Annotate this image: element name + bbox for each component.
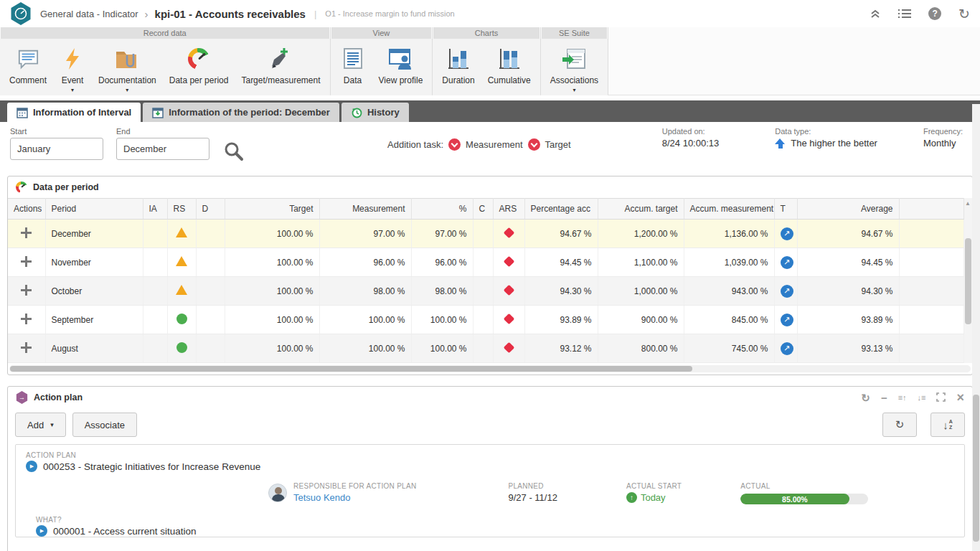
panel-minimize-icon[interactable]: − bbox=[881, 392, 887, 403]
associations-icon bbox=[561, 46, 587, 72]
scrollbar-up-arrow-icon[interactable]: ▲ bbox=[965, 200, 971, 207]
gauge-logo-icon bbox=[14, 7, 27, 20]
ribbon-group-se-suite: SE Suite Associations ▾ bbox=[541, 27, 608, 95]
action-plan-icon bbox=[16, 391, 28, 404]
app-logo[interactable] bbox=[10, 2, 32, 25]
table-horizontal-scrollbar[interactable] bbox=[9, 365, 971, 372]
table-header-row: Actions Period IA RS D Target Measuremen… bbox=[8, 199, 964, 220]
add-data-icon[interactable] bbox=[21, 285, 32, 296]
green-up-circle-icon bbox=[626, 492, 637, 503]
ribbon-group-label: Charts bbox=[433, 27, 539, 39]
table-row-october[interactable]: October 100.00 % 98.00 % 98.00 % 94.30 %… bbox=[8, 277, 964, 306]
scrollbar-thumb[interactable] bbox=[973, 395, 979, 542]
add-data-icon[interactable] bbox=[21, 256, 32, 267]
comment-icon bbox=[15, 46, 41, 72]
trend-up-circle-icon[interactable] bbox=[781, 342, 793, 355]
data-type-value: The higher the better bbox=[791, 138, 877, 149]
action-plan-header: Action plan ↻ − ≡↑ ↓≡ × bbox=[8, 387, 972, 408]
dropdown-caret-icon: ▾ bbox=[50, 421, 54, 428]
add-data-icon[interactable] bbox=[21, 314, 32, 324]
ars-alert-icon bbox=[503, 227, 514, 238]
avatar[interactable] bbox=[268, 484, 287, 502]
play-circle-icon[interactable] bbox=[26, 461, 37, 472]
action-plan-name: 000253 - Strategic Initiatives for Incre… bbox=[43, 461, 260, 472]
ars-alert-icon bbox=[503, 313, 514, 324]
breadcrumb-context: O1 - Increase margin to fund mission bbox=[325, 9, 454, 18]
ars-alert-icon bbox=[503, 255, 514, 267]
action-plan-toolbar: Add ▾ Associate ↻ ↓ AZ bbox=[8, 408, 972, 444]
table-row-november[interactable]: November 100.00 % 96.00 % 96.00 % 94.45 … bbox=[8, 248, 964, 277]
tab-bar: Information of Interval Information of t… bbox=[0, 100, 980, 122]
action-plan-label: ACTION PLAN bbox=[26, 451, 954, 459]
page-vertical-scrollbar[interactable] bbox=[972, 104, 980, 551]
table-row-december[interactable]: December 100.00 % 97.00 % 97.00 % 94.67 … bbox=[8, 220, 964, 248]
period-cell: August bbox=[45, 334, 143, 363]
tab-information-of-interval[interactable]: Information of Interval bbox=[7, 103, 141, 122]
view-profile-button[interactable]: View profile ▾ bbox=[372, 44, 430, 95]
document-lines-icon bbox=[340, 46, 366, 72]
trend-up-circle-icon[interactable] bbox=[781, 314, 793, 326]
cumulative-chart-button[interactable]: Cumulative ▾ bbox=[481, 44, 537, 95]
search-icon[interactable] bbox=[222, 140, 244, 164]
ribbon-toolbar: Record data Comment ▾ Event ▾ Doc bbox=[0, 27, 980, 95]
panel-refresh-icon[interactable]: ↻ bbox=[861, 392, 870, 403]
table-row-august[interactable]: August 100.00 % 100.00 % 100.00 % 93.12 … bbox=[8, 334, 964, 363]
breadcrumb-section[interactable]: General data - Indicator bbox=[40, 9, 138, 19]
panel-sort-icon[interactable]: ↓≡ bbox=[918, 394, 926, 402]
add-button[interactable]: Add ▾ bbox=[15, 413, 66, 437]
comment-button[interactable]: Comment ▾ bbox=[3, 44, 53, 95]
dropdown-caret-icon: ▾ bbox=[126, 88, 128, 93]
rs-status-icon bbox=[176, 342, 187, 353]
end-input[interactable] bbox=[116, 138, 209, 160]
ribbon-group-label: SE Suite bbox=[542, 27, 607, 39]
breadcrumb-chevron-icon: › bbox=[145, 8, 149, 20]
event-button[interactable]: Event ▾ bbox=[53, 44, 92, 95]
add-data-icon[interactable] bbox=[21, 342, 32, 353]
scrollbar-thumb[interactable] bbox=[10, 366, 692, 372]
addition-measurement-label: Measurement bbox=[466, 139, 522, 150]
actual-progress-block: ACTUAL 85.00% bbox=[740, 482, 868, 504]
tab-information-of-period[interactable]: Information of the period: December bbox=[143, 103, 339, 122]
trend-up-circle-icon[interactable] bbox=[781, 256, 793, 269]
refresh-list-button[interactable]: ↻ bbox=[882, 413, 917, 437]
folder-attachment-icon bbox=[114, 46, 140, 72]
panel-expand-icon[interactable] bbox=[936, 392, 946, 403]
refresh-icon[interactable]: ↻ bbox=[958, 7, 970, 21]
frequency-value: Monthly bbox=[923, 138, 963, 149]
higher-better-arrow-icon bbox=[775, 138, 786, 149]
pen-plus-icon bbox=[268, 46, 293, 72]
associations-button[interactable]: Associations ▾ bbox=[544, 44, 605, 95]
associate-button[interactable]: Associate bbox=[72, 413, 137, 437]
action-plan-card[interactable]: ACTION PLAN 000253 - Strategic Initiativ… bbox=[15, 444, 965, 537]
calendar-icon bbox=[17, 107, 28, 118]
panel-close-icon[interactable]: × bbox=[956, 391, 964, 404]
red-chevron-badge-icon bbox=[528, 138, 540, 151]
help-icon[interactable]: ? bbox=[928, 7, 941, 20]
sort-button[interactable]: ↓ AZ bbox=[930, 413, 965, 437]
start-input[interactable] bbox=[10, 138, 103, 160]
panel-export-icon[interactable]: ≡↑ bbox=[898, 394, 907, 402]
list-menu-icon[interactable] bbox=[898, 9, 911, 19]
table-row-september[interactable]: September 100.00 % 100.00 % 100.00 % 93.… bbox=[8, 306, 964, 334]
collapse-toolbar-icon[interactable] bbox=[870, 9, 881, 19]
data-button[interactable]: Data ▾ bbox=[334, 44, 372, 95]
target-measurement-button[interactable]: Target/measurement ▾ bbox=[235, 44, 326, 95]
table-vertical-scrollbar[interactable]: ▲ bbox=[964, 198, 972, 363]
progress-bar: 85.00% bbox=[740, 494, 868, 504]
what-section: WHAT? 000001 - Access current situation bbox=[26, 516, 954, 537]
play-circle-icon[interactable] bbox=[36, 525, 47, 537]
duration-chart-button[interactable]: Duration ▾ bbox=[435, 44, 481, 95]
tab-history[interactable]: History bbox=[341, 103, 409, 122]
responsible-link[interactable]: Tetsuo Kendo bbox=[293, 492, 416, 503]
scrollbar-thumb[interactable] bbox=[965, 238, 971, 324]
sort-az-icon: ↓ AZ bbox=[943, 419, 953, 431]
trend-up-circle-icon[interactable] bbox=[781, 227, 793, 240]
data-per-period-header: Data per period bbox=[8, 176, 972, 198]
addition-task-label: Addition task: bbox=[387, 139, 443, 150]
end-field-group: End bbox=[116, 127, 209, 160]
add-data-icon[interactable] bbox=[21, 227, 32, 238]
documentation-button[interactable]: Documentation ▾ bbox=[92, 44, 163, 95]
trend-up-circle-icon[interactable] bbox=[781, 285, 793, 298]
data-per-period-button[interactable]: Data per period ▾ bbox=[163, 44, 235, 95]
ars-alert-icon bbox=[503, 284, 514, 296]
